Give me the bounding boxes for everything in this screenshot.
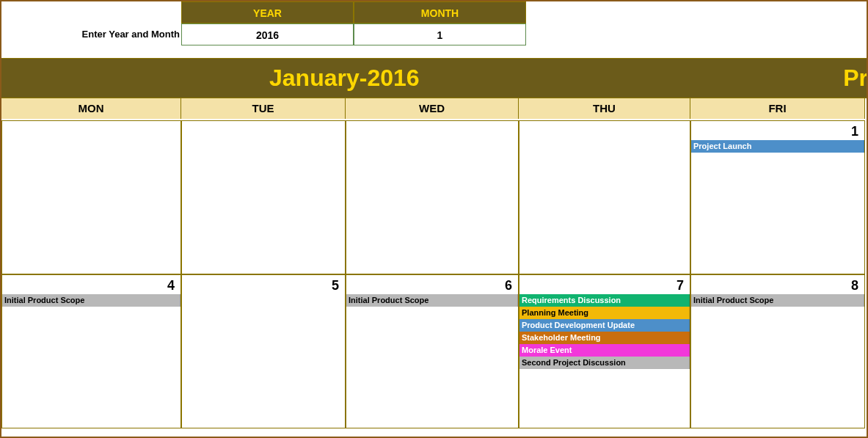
day-number: 4 — [2, 275, 180, 294]
day-cell-tue[interactable] — [181, 120, 346, 274]
input-label: Enter Year and Month — [1, 23, 181, 45]
day-cell-wed[interactable] — [346, 120, 519, 274]
calendar-event[interactable]: Planning Meeting — [519, 307, 690, 319]
day-header-thu: THU — [519, 98, 690, 119]
calendar-event[interactable]: Initial Product Scope — [2, 294, 180, 307]
week-row-1: 1 Project Launch — [1, 120, 867, 274]
year-input[interactable]: 2016 — [181, 23, 354, 45]
input-area: YEAR MONTH 2016 1 — [181, 1, 526, 45]
calendar-title: January-2016 — [269, 65, 420, 92]
calendar-event[interactable]: Second Project Discussion — [519, 357, 690, 369]
day-header-fri: FRI — [690, 98, 865, 119]
day-header-wed: WED — [346, 98, 519, 119]
day-cell-fri-8[interactable]: 8 Initial Product Scope — [690, 274, 865, 428]
day-number: 6 — [346, 275, 518, 294]
calendar-event[interactable]: Project Launch — [691, 140, 864, 153]
year-month-input-section: Enter Year and Month YEAR MONTH 2016 1 — [1, 1, 867, 45]
day-cell-tue-5[interactable]: 5 — [181, 274, 346, 428]
calendar-event[interactable]: Stakeholder Meeting — [519, 332, 690, 344]
month-input[interactable]: 1 — [354, 23, 526, 45]
day-number: 7 — [519, 275, 690, 294]
day-header-row: MON TUE WED THU FRI — [1, 98, 867, 119]
day-header-mon: MON — [1, 98, 181, 119]
day-cell-mon[interactable] — [1, 120, 181, 274]
day-cell-thu[interactable] — [519, 120, 690, 274]
calendar-event[interactable]: Initial Product Scope — [691, 294, 864, 307]
title-right-cut: Pr — [843, 65, 868, 92]
day-cell-thu-7[interactable]: 7 Requirements DiscussionPlanning Meetin… — [519, 274, 690, 428]
day-number: 5 — [182, 275, 345, 294]
calendar-event[interactable]: Morale Event — [519, 344, 690, 357]
calendar-event[interactable]: Product Development Update — [519, 319, 690, 332]
day-cell-mon-4[interactable]: 4 Initial Product Scope — [1, 274, 181, 428]
title-bar: January-2016 Pr — [1, 58, 867, 98]
week-row-2: 4 Initial Product Scope 5 6 Initial Prod… — [1, 274, 867, 428]
day-number: 1 — [691, 121, 864, 140]
calendar-body: 1 Project Launch 4 Initial Product Scope… — [1, 120, 867, 428]
day-cell-fri-1[interactable]: 1 Project Launch — [690, 120, 865, 274]
year-header: YEAR — [181, 1, 354, 23]
month-header: MONTH — [354, 1, 526, 23]
day-header-tue: TUE — [181, 98, 346, 119]
calendar-event[interactable]: Requirements Discussion — [519, 294, 690, 307]
calendar-event[interactable]: Initial Product Scope — [346, 294, 518, 307]
day-cell-wed-6[interactable]: 6 Initial Product Scope — [346, 274, 519, 428]
day-number: 8 — [691, 275, 864, 294]
